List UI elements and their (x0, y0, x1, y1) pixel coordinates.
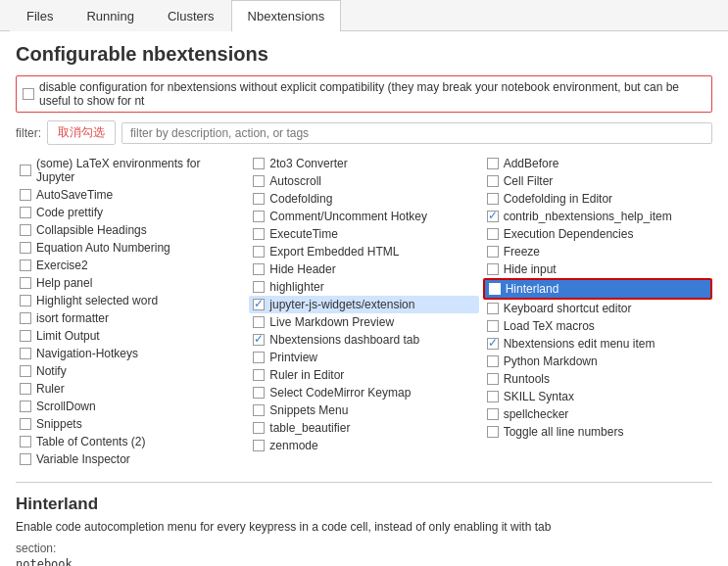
ext-autosavetime[interactable]: AutoSaveTime (16, 186, 245, 204)
hinterland-description: Enable code autocompletion menu for ever… (16, 520, 712, 534)
ext-nav-hotkeys[interactable]: Navigation-Hotkeys (16, 345, 245, 362)
ext-executetime[interactable]: ExecuteTime (249, 225, 478, 243)
ext-latex[interactable]: (some) LaTeX environments for Jupyter (16, 155, 245, 186)
ext-notify[interactable]: Notify (16, 362, 245, 380)
ext-2to3[interactable]: 2to3 Converter (249, 155, 478, 172)
extensions-col3: AddBefore Cell Filter Codefolding in Edi… (483, 155, 712, 468)
filter-label: filter: (16, 126, 41, 140)
ext-addbefore[interactable]: AddBefore (483, 155, 712, 172)
ext-scrolldown[interactable]: ScrollDown (16, 398, 245, 415)
ext-autoscroll[interactable]: Autoscroll (249, 172, 478, 190)
page-title: Configurable nbextensions (16, 43, 712, 66)
disable-compatibility-row: disable configuration for nbextensions w… (16, 75, 712, 113)
ext-snippets[interactable]: Snippets (16, 415, 245, 433)
ext-help-panel[interactable]: Help panel (16, 274, 245, 292)
ext-comment-uncomment[interactable]: Comment/Uncomment Hotkey (249, 208, 478, 225)
ext-zenmode[interactable]: zenmode (249, 437, 478, 454)
ext-hide-input[interactable]: Hide input (483, 260, 712, 278)
tab-clusters[interactable]: Clusters (151, 0, 231, 31)
ext-ruler[interactable]: Ruler (16, 380, 245, 398)
ext-spellchecker[interactable]: spellchecker (483, 405, 712, 423)
ext-select-codemirror[interactable]: Select CodeMirror Keymap (249, 384, 478, 401)
ext-export-embedded[interactable]: Export Embedded HTML (249, 243, 478, 260)
hinterland-section: Hinterland Enable code autocompletion me… (16, 482, 712, 566)
ext-ruler-editor[interactable]: Ruler in Editor (249, 366, 478, 384)
ext-highlight-word[interactable]: Highlight selected word (16, 292, 245, 309)
top-tabs: Files Running Clusters Nbextensions (0, 0, 728, 31)
ext-load-tex[interactable]: Load TeX macros (483, 317, 712, 335)
ext-keyboard-shortcut[interactable]: Keyboard shortcut editor (483, 300, 712, 317)
tab-nbextensions[interactable]: Nbextensions (231, 0, 342, 31)
ext-live-markdown[interactable]: Live Markdown Preview (249, 313, 478, 331)
ext-execution-dep[interactable]: Execution Dependencies (483, 225, 712, 243)
extensions-col2: 2to3 Converter Autoscroll Codefolding Co… (249, 155, 478, 468)
tab-running[interactable]: Running (70, 0, 150, 31)
hinterland-section-meta: section: notebook (16, 542, 712, 566)
ext-nbextensions-edit[interactable]: Nbextensions edit menu item (483, 335, 712, 353)
ext-hide-header[interactable]: Hide Header (249, 260, 478, 278)
disable-label: disable configuration for nbextensions w… (39, 80, 705, 108)
ext-highlighter[interactable]: highlighter (249, 278, 478, 296)
ext-limit-output[interactable]: Limit Output (16, 327, 245, 345)
ext-code-prettify[interactable]: Code prettify (16, 204, 245, 221)
ext-cell-filter[interactable]: Cell Filter (483, 172, 712, 190)
filter-cancel-button[interactable]: 取消勾选 (47, 120, 116, 145)
ext-exercise2[interactable]: Exercise2 (16, 257, 245, 274)
tab-files[interactable]: Files (10, 0, 70, 31)
extensions-grid: (some) LaTeX environments for Jupyter Au… (16, 155, 712, 468)
ext-printview[interactable]: Printview (249, 349, 478, 366)
ext-python-markdown[interactable]: Python Markdown (483, 353, 712, 370)
ext-nbextensions-dashboard[interactable]: Nbextensions dashboard tab (249, 331, 478, 349)
ext-hinterland[interactable]: Hinterland (483, 278, 712, 300)
ext-codefolding[interactable]: Codefolding (249, 190, 478, 208)
hinterland-meta: section: notebook require path: hinterla… (16, 542, 712, 566)
ext-codefolding-editor[interactable]: Codefolding in Editor (483, 190, 712, 208)
ext-equation-auto[interactable]: Equation Auto Numbering (16, 239, 245, 257)
ext-table-beautifier[interactable]: table_beautifier (249, 419, 478, 437)
hinterland-title: Hinterland (16, 495, 712, 514)
ext-collapsible-headings[interactable]: Collapsible Headings (16, 221, 245, 239)
ext-toggle-line-numbers[interactable]: Toggle all line numbers (483, 423, 712, 441)
filter-row: filter: 取消勾选 (16, 120, 712, 145)
disable-checkbox[interactable] (23, 88, 34, 100)
ext-variable-inspector[interactable]: Variable Inspector (16, 450, 245, 468)
ext-freeze[interactable]: Freeze (483, 243, 712, 260)
extensions-col1: (some) LaTeX environments for Jupyter Au… (16, 155, 245, 468)
ext-contrib-help[interactable]: contrib_nbextensions_help_item (483, 208, 712, 225)
filter-input[interactable] (121, 122, 712, 144)
ext-jupyter-widgets[interactable]: jupyter-js-widgets/extension (249, 296, 478, 313)
main-content: Configurable nbextensions disable config… (0, 31, 728, 566)
ext-skill-syntax[interactable]: SKILL Syntax (483, 388, 712, 405)
ext-snippets-menu[interactable]: Snippets Menu (249, 401, 478, 419)
ext-toc2[interactable]: Table of Contents (2) (16, 433, 245, 450)
ext-isort[interactable]: isort formatter (16, 309, 245, 327)
ext-runtools[interactable]: Runtools (483, 370, 712, 388)
